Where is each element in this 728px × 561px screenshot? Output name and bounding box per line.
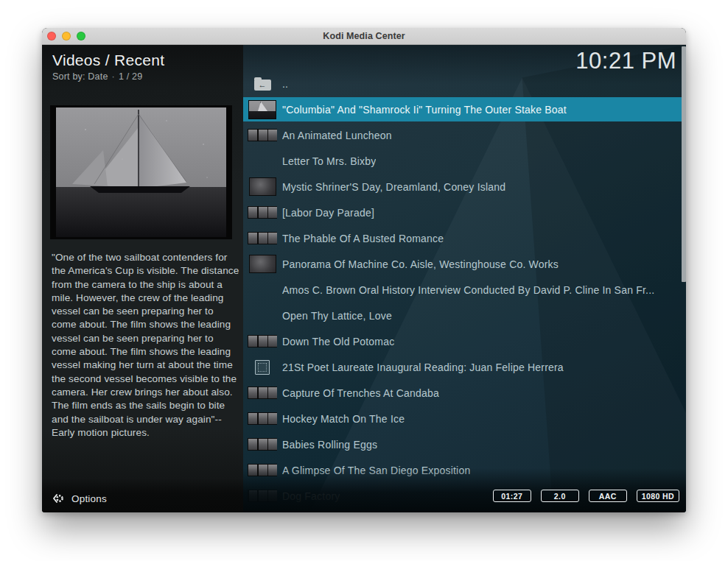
list-item-label: ..	[282, 78, 288, 90]
list-item-label: 21St Poet Laureate Inaugural Reading: Ju…	[282, 361, 564, 373]
options-icon	[52, 493, 63, 504]
window-title: Kodi Media Center	[323, 31, 405, 41]
close-button[interactable]	[47, 32, 56, 40]
video-thumbnail	[255, 360, 270, 375]
list-item-label: Letter To Mrs. Bixby	[282, 155, 376, 167]
zoom-button[interactable]	[77, 32, 85, 40]
list-item[interactable]: An Animated Luncheon	[243, 122, 686, 148]
video-thumbnail	[249, 177, 276, 196]
list-item[interactable]: Panorama Of Machine Co. Aisle, Westingho…	[243, 251, 686, 277]
list-item-label: A Glimpse Of The San Diego Exposition	[282, 465, 470, 476]
list-item-label: Mystic Shriner'S Day, Dreamland, Coney I…	[282, 181, 505, 193]
media-flag-duration: 01:27	[493, 490, 531, 502]
titlebar: Kodi Media Center	[42, 28, 686, 45]
media-list-panel: 10:21 PM .. "Columbia" And "Shamrock Ii"…	[243, 45, 686, 512]
list-item[interactable]: Hockey Match On The Ice	[243, 406, 686, 431]
minimize-button[interactable]	[62, 32, 71, 40]
sailboat-image	[56, 107, 226, 237]
info-sidebar: Videos / Recent Sort by: Date·1 / 29	[42, 45, 243, 512]
list-item-label: Down The Old Potomac	[282, 336, 394, 347]
traffic-lights	[47, 32, 85, 40]
list-item[interactable]: ..	[243, 71, 686, 96]
list-item[interactable]: [Labor Day Parade]	[243, 200, 686, 225]
panel-header: Videos / Recent Sort by: Date·1 / 29	[42, 45, 243, 82]
video-thumbnail	[248, 206, 277, 219]
video-thumbnail	[248, 438, 277, 451]
parent-folder-icon	[254, 80, 271, 91]
list-item[interactable]: 21St Poet Laureate Inaugural Reading: Ju…	[243, 354, 686, 380]
options-label: Options	[71, 493, 107, 504]
media-flags: 01:272.0AAC1080 HD	[493, 490, 679, 502]
list-item[interactable]: Letter To Mrs. Bixby	[243, 148, 686, 174]
list-item-label: Dog Factory	[282, 490, 340, 502]
kodi-window: Kodi Media Center Videos / Recent Sort b…	[42, 28, 686, 512]
list-position: 1 / 29	[119, 71, 142, 82]
video-description: "One of the two sailboat contenders for …	[52, 251, 240, 440]
options-button[interactable]: Options	[42, 479, 243, 512]
video-thumbnail	[248, 232, 277, 244]
list-item[interactable]: Amos C. Brown Oral History Interview Con…	[243, 277, 686, 303]
list-item-label: Open Thy Lattice, Love	[282, 310, 392, 322]
video-thumbnail	[248, 387, 277, 399]
media-flag-resolution: 1080 HD	[637, 490, 679, 502]
list-item[interactable]: Mystic Shriner'S Day, Dreamland, Coney I…	[243, 174, 686, 200]
video-thumbnail	[248, 335, 277, 347]
selected-video-poster	[50, 105, 232, 239]
video-thumbnail	[248, 464, 277, 476]
list-item-label: Panorama Of Machine Co. Aisle, Westingho…	[282, 258, 559, 270]
sort-by-label[interactable]: Sort by: Date	[52, 71, 108, 82]
media-flag-audio-channels: 2.0	[541, 490, 579, 502]
list-item-label: Amos C. Brown Oral History Interview Con…	[282, 284, 654, 296]
page-title: Videos / Recent	[52, 52, 243, 69]
list-item[interactable]: A Glimpse Of The San Diego Exposition	[243, 457, 686, 483]
list-item-label: [Labor Day Parade]	[282, 207, 374, 219]
video-thumbnail	[248, 100, 276, 119]
media-flag-audio-codec: AAC	[589, 490, 627, 502]
media-list: .. "Columbia" And "Shamrock Ii" Turning …	[243, 71, 686, 509]
scrollbar[interactable]	[682, 46, 686, 282]
list-item[interactable]: Down The Old Potomac	[243, 328, 686, 354]
separator-dot: ·	[112, 71, 115, 82]
video-thumbnail	[249, 255, 276, 273]
list-item-label: Capture Of Trenches At Candaba	[282, 387, 439, 399]
list-item[interactable]: The Phable Of A Busted Romance	[243, 225, 686, 251]
video-thumbnail	[248, 129, 277, 141]
video-thumbnail	[248, 490, 277, 502]
list-item-selected[interactable]: "Columbia" And "Shamrock Ii" Turning The…	[243, 97, 686, 121]
list-item-label: Hockey Match On The Ice	[282, 413, 405, 425]
list-item[interactable]: Babies Rolling Eggs	[243, 431, 686, 457]
sort-line: Sort by: Date·1 / 29	[52, 71, 243, 82]
list-item-label: An Animated Luncheon	[282, 130, 392, 141]
list-item-label: Babies Rolling Eggs	[282, 439, 377, 451]
video-thumbnail	[248, 412, 277, 425]
list-item-label: "Columbia" And "Shamrock Ii" Turning The…	[282, 104, 567, 116]
list-item[interactable]: Open Thy Lattice, Love	[243, 303, 686, 328]
list-item-label: The Phable Of A Busted Romance	[282, 233, 444, 244]
list-item[interactable]: Capture Of Trenches At Candaba	[243, 380, 686, 406]
